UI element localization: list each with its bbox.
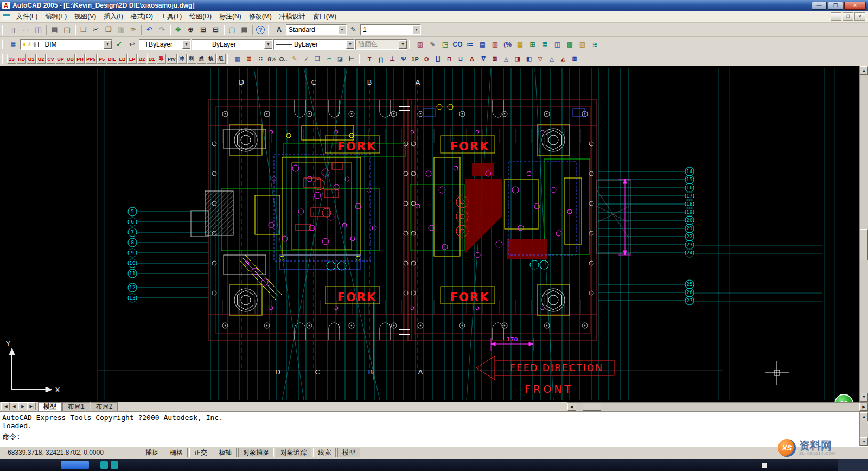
- die-tool-icon[interactable]: Δ: [467, 54, 478, 65]
- scroll-up-icon[interactable]: ▲: [860, 412, 868, 421]
- windows-taskbar[interactable]: [0, 459, 868, 471]
- zoom-window-icon[interactable]: ⊞: [197, 24, 209, 35]
- command-prompt[interactable]: 命令:: [0, 431, 859, 442]
- help-icon[interactable]: ?: [256, 26, 265, 34]
- menu-item[interactable]: 格式(O): [127, 10, 157, 23]
- tab-last-icon[interactable]: ▶|: [27, 402, 36, 410]
- toolbar-grip[interactable]: [268, 25, 270, 35]
- die-tool-icon[interactable]: 8½: [266, 54, 278, 65]
- zoom-previous-icon[interactable]: ⊟: [209, 24, 222, 35]
- toggle-对象捕捉[interactable]: 对象捕捉: [238, 448, 274, 457]
- die-tool-icon[interactable]: ◨: [512, 54, 524, 65]
- match-properties-icon[interactable]: ✑: [127, 24, 139, 35]
- linetype-combo[interactable]: ByLayer ▼: [192, 39, 273, 50]
- table-tool-icon[interactable]: ⊞: [526, 39, 539, 50]
- die-tool-button-Prv[interactable]: Prv: [167, 54, 177, 64]
- toolbar-grip[interactable]: [359, 54, 361, 64]
- publish-icon[interactable]: ❒: [77, 24, 90, 35]
- lineweight-combo[interactable]: ByLayer ▼: [273, 39, 355, 50]
- chevron-down-icon[interactable]: ▼: [104, 40, 112, 49]
- vertical-scroll-thumb[interactable]: [860, 229, 868, 260]
- die-tool-button-成[interactable]: 成: [197, 54, 206, 64]
- horizontal-scrollbar[interactable]: ◀ ▶: [567, 402, 868, 411]
- die-tool-button-DIE[interactable]: DIE: [107, 54, 117, 64]
- die-tool-icon[interactable]: Ŧ: [364, 54, 375, 65]
- drawing-document-icon[interactable]: [3, 14, 10, 20]
- die-tool-icon[interactable]: ◬: [501, 54, 512, 65]
- tab-布局1[interactable]: 布局1: [62, 402, 90, 411]
- scroll-right-icon[interactable]: ▶: [859, 403, 868, 411]
- toolbar-grip[interactable]: [2, 40, 4, 49]
- scroll-down-icon[interactable]: ▼: [860, 393, 868, 402]
- cut-icon[interactable]: ✂: [90, 24, 102, 35]
- die-tool-icon[interactable]: ∕: [301, 54, 312, 65]
- taskbar-app-icon[interactable]: [100, 461, 108, 469]
- die-tool-button-LB[interactable]: LB: [118, 54, 127, 64]
- die-tool-button-CV[interactable]: CV: [46, 54, 55, 64]
- toggle-正交[interactable]: 正交: [189, 448, 212, 457]
- layer-previous-icon[interactable]: ↩: [126, 39, 138, 50]
- menu-item[interactable]: 修改(M): [245, 10, 276, 23]
- tab-模型[interactable]: 模型: [38, 402, 62, 411]
- toggle-线宽[interactable]: 线宽: [313, 448, 336, 457]
- menu-item[interactable]: 编辑(E): [41, 10, 71, 23]
- close-button[interactable]: ✕: [844, 2, 866, 10]
- die-tool-icon[interactable]: Ψ: [398, 54, 410, 65]
- die-tool-button-PP5[interactable]: PP5: [85, 54, 97, 64]
- die-tool-button-UP[interactable]: UP: [56, 54, 65, 64]
- command-window[interactable]: AutoCAD Express Tools Copyright ?2000 Au…: [0, 411, 868, 446]
- die-tool-icon[interactable]: ⊓: [444, 54, 455, 65]
- die-tool-button-组[interactable]: 组: [216, 54, 226, 64]
- split-tool-icon[interactable]: ◫: [551, 39, 564, 50]
- die-tool-icon[interactable]: ⊞: [244, 54, 255, 65]
- restore-button[interactable]: ❐: [828, 2, 843, 10]
- percent-tool-icon[interactable]: (%: [501, 39, 514, 50]
- die-tool-icon[interactable]: ⊔: [455, 54, 467, 65]
- command-scrollbar[interactable]: ▲ ▼: [859, 412, 868, 446]
- menu-item[interactable]: 文件(F): [12, 10, 41, 23]
- redo-icon[interactable]: ↷: [156, 24, 168, 35]
- die-tool-icon[interactable]: ⊥: [387, 54, 398, 65]
- undo-icon[interactable]: ↶: [143, 24, 156, 35]
- tab-next-icon[interactable]: ▶: [18, 402, 27, 410]
- menu-item[interactable]: 绘图(D): [186, 10, 215, 23]
- die-tool-icon[interactable]: ◪: [335, 54, 346, 65]
- die-tool-icon[interactable]: ▦: [232, 54, 244, 65]
- die-tool-icon[interactable]: ⊢: [346, 54, 358, 65]
- columns-tool-icon[interactable]: ▥: [489, 39, 501, 50]
- die-tool-icon[interactable]: ∐: [432, 54, 444, 65]
- menu-item[interactable]: 冲模设计: [276, 10, 309, 23]
- scroll-left-icon[interactable]: ◀: [567, 403, 576, 411]
- mdi-close-button[interactable]: ✕: [854, 12, 865, 21]
- die-tool-button-料[interactable]: 料: [187, 54, 196, 64]
- layer-combo[interactable]: ●☀▮ DIM ▼: [20, 39, 112, 50]
- die-tool-button-冲[interactable]: 冲: [177, 54, 187, 64]
- chevron-down-icon[interactable]: ▼: [338, 26, 346, 34]
- die-tool-icon[interactable]: ◧: [524, 54, 535, 65]
- die-tool-icon[interactable]: ⊠: [489, 54, 501, 65]
- tab-布局2[interactable]: 布局2: [91, 402, 118, 411]
- die-tool-icon[interactable]: ◭: [558, 54, 569, 65]
- toolbar-grip[interactable]: [227, 54, 229, 64]
- zoom-realtime-icon[interactable]: ⊕: [184, 24, 197, 35]
- menu-item[interactable]: 视图(V): [71, 10, 100, 23]
- plot-preview-icon[interactable]: ◱: [61, 24, 73, 35]
- toolbar-grip[interactable]: [2, 25, 4, 35]
- taskbar-tray[interactable]: [838, 459, 868, 471]
- die-tool-icon[interactable]: O..: [278, 54, 289, 65]
- die-tool-button-B2[interactable]: B2: [137, 54, 146, 64]
- grid-tool-icon[interactable]: ▦: [514, 39, 526, 50]
- taskbar-browser-icon[interactable]: [61, 461, 89, 469]
- paste-icon[interactable]: ▥: [114, 24, 127, 35]
- toggle-对象追踪[interactable]: 对象追踪: [276, 448, 311, 457]
- make-layer-current-icon[interactable]: ✔: [113, 39, 125, 50]
- die-tool-icon[interactable]: ∷: [255, 54, 266, 65]
- die-tool-button-U2[interactable]: U2: [36, 54, 46, 64]
- toggle-捕捉[interactable]: 捕捉: [141, 448, 163, 457]
- scroll-up-icon[interactable]: ▲: [860, 66, 868, 75]
- list-tool-icon[interactable]: ≔: [464, 39, 476, 50]
- cad-canvas[interactable]: DCBADCBA56789101112131415161718192021222…: [0, 66, 859, 402]
- waves-tool-icon[interactable]: ≋: [589, 39, 601, 50]
- scroll-down-icon[interactable]: ▼: [860, 437, 868, 446]
- properties-icon[interactable]: ▢: [226, 24, 238, 35]
